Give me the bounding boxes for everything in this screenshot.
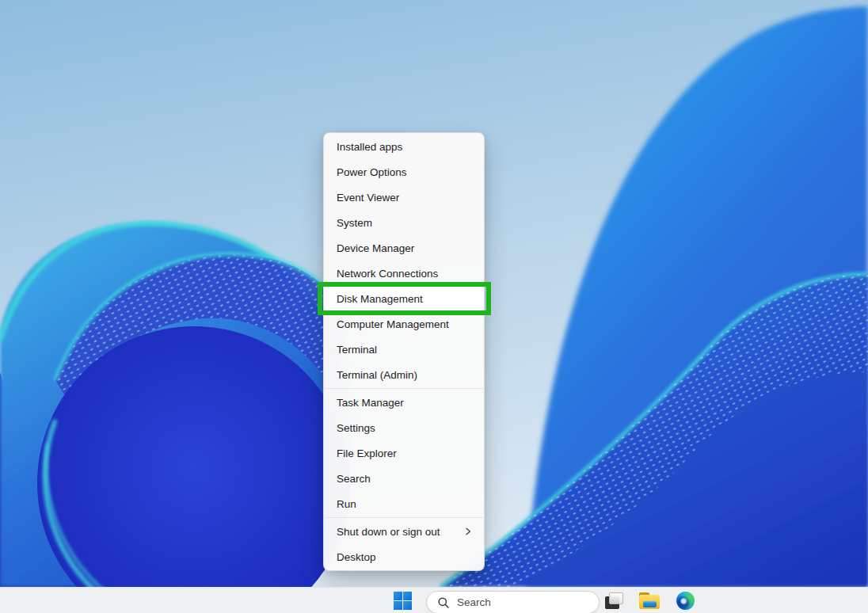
file-explorer-button[interactable] — [638, 588, 661, 613]
context-menu-list: Installed apps Power Options Event Viewe… — [324, 134, 484, 569]
menu-item-disk-management[interactable]: Disk Management — [324, 286, 484, 311]
menu-item-shut-down-or-sign-out[interactable]: Shut down or sign out — [324, 519, 484, 544]
menu-item-computer-management[interactable]: Computer Management — [324, 311, 484, 337]
search-icon — [437, 596, 450, 609]
search-label: Search — [457, 596, 491, 608]
file-explorer-icon — [639, 592, 660, 609]
menu-item-event-viewer[interactable]: Event Viewer — [324, 185, 484, 210]
menu-item-network-connections[interactable]: Network Connections — [324, 261, 484, 286]
menu-item-installed-apps[interactable]: Installed apps — [324, 134, 484, 159]
winx-context-menu: Installed apps Power Options Event Viewe… — [323, 132, 485, 571]
edge-button[interactable] — [673, 588, 697, 613]
start-button[interactable] — [390, 588, 416, 613]
menu-item-search[interactable]: Search — [324, 466, 484, 491]
menu-item-terminal-admin[interactable]: Terminal (Admin) — [324, 362, 484, 387]
menu-item-power-options[interactable]: Power Options — [324, 159, 484, 185]
windows-logo-icon — [394, 592, 412, 610]
menu-item-device-manager[interactable]: Device Manager — [324, 235, 484, 261]
microsoft-edge-icon — [676, 592, 695, 610]
menu-item-label: Shut down or sign out — [337, 526, 463, 538]
menu-item-file-explorer[interactable]: File Explorer — [324, 440, 484, 466]
menu-separator — [324, 516, 484, 519]
menu-item-settings[interactable]: Settings — [324, 415, 484, 440]
menu-separator — [324, 387, 484, 390]
menu-item-desktop[interactable]: Desktop — [324, 544, 484, 569]
search-box[interactable]: Search — [426, 591, 600, 613]
taskbar: Search — [0, 587, 868, 613]
desktop: Installed apps Power Options Event Viewe… — [0, 0, 868, 613]
task-view-button[interactable] — [602, 588, 626, 613]
chevron-right-icon — [463, 527, 473, 536]
menu-item-system[interactable]: System — [324, 210, 484, 235]
menu-item-terminal[interactable]: Terminal — [324, 337, 484, 362]
task-view-icon — [605, 592, 623, 609]
menu-item-task-manager[interactable]: Task Manager — [324, 390, 484, 415]
menu-item-run[interactable]: Run — [324, 491, 484, 516]
